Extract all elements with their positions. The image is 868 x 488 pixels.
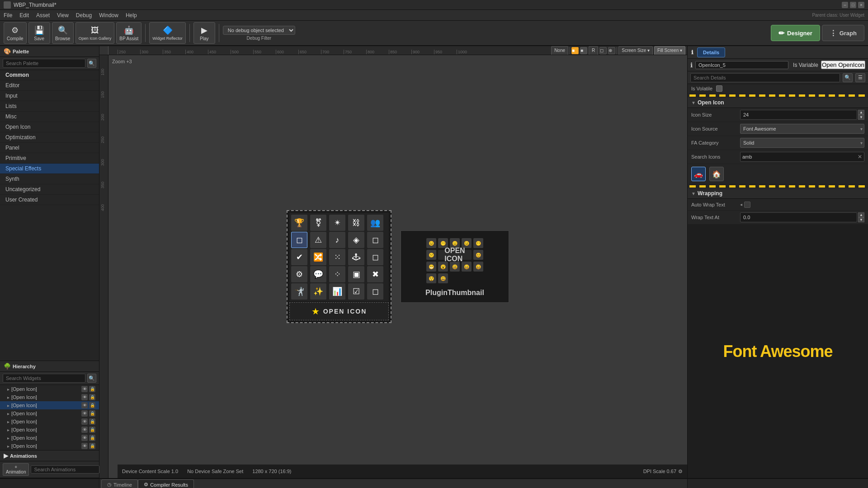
maximize-button[interactable]: □ (850, 2, 856, 8)
icon-cell-14[interactable]: 🕹 (348, 249, 364, 265)
icon-cell-21[interactable]: 🤺 (291, 283, 307, 300)
compile-button[interactable]: ⚙ Compile (4, 22, 27, 44)
icon-cell-16[interactable]: ⚙ (291, 266, 307, 282)
palette-item-openicon[interactable]: Open Icon (0, 122, 99, 132)
icon-cell-15[interactable]: ◻ (367, 249, 383, 265)
icon-size-up[interactable]: ▲ (858, 110, 864, 115)
hierarchy-vis-btn-3[interactable]: 👁 (81, 402, 88, 408)
icon-cell-1[interactable]: 🏆 (291, 215, 307, 231)
wrap-text-at-input[interactable] (740, 212, 857, 222)
hierarchy-vis-btn-1[interactable]: 👁 (81, 386, 88, 392)
icon-cell-19[interactable]: ▣ (348, 266, 364, 282)
details-search-input[interactable] (690, 73, 840, 82)
menu-edit[interactable]: Edit (19, 12, 29, 19)
browse-button[interactable]: 🔍 Browse (52, 22, 74, 44)
palette-item-special-effects[interactable]: Special Effects (0, 164, 99, 174)
icon-cell-4[interactable]: ⛓ (348, 215, 364, 231)
hierarchy-vis-btn-7[interactable]: 👁 (81, 435, 88, 441)
palette-item-optimization[interactable]: Optimization (0, 132, 99, 143)
save-button[interactable]: 💾 Save (28, 22, 50, 44)
menu-help[interactable]: Help (126, 12, 137, 19)
hierarchy-item-1[interactable]: ▸ [Open Icon] 👁 🔒 (0, 385, 99, 393)
details-grid-button[interactable]: ☰ (855, 73, 865, 82)
icon-cell-11[interactable]: ✔ (291, 249, 307, 265)
hierarchy-vis-btn-2[interactable]: 👁 (81, 394, 88, 400)
hierarchy-item-8[interactable]: ▸ [Open Icon] 👁 🔒 (0, 442, 99, 450)
widget-reflector-button[interactable]: 🔷 Widget Reflector (149, 22, 186, 44)
hierarchy-item-3[interactable]: ▸ [Open Icon] 👁 🔒 (0, 401, 99, 409)
r-button[interactable]: R (589, 46, 598, 55)
icon-source-select[interactable]: Font Awesome Material Icons Custom (740, 124, 864, 134)
settings-icon[interactable]: ⚙ (678, 469, 683, 474)
palette-item-uncategorized[interactable]: Uncategorized (0, 184, 99, 195)
hierarchy-vis-btn-8[interactable]: 👁 (81, 443, 88, 449)
icon-cell-8[interactable]: ♪ (329, 232, 345, 248)
minimize-button[interactable]: – (842, 2, 848, 8)
palette-item-panel[interactable]: Panel (0, 143, 99, 153)
icon-cell-17[interactable]: 💬 (310, 266, 326, 282)
palette-item-editor[interactable]: Editor (0, 80, 99, 91)
timeline-tab[interactable]: ◷ Timeline (101, 479, 138, 488)
hierarchy-search-button[interactable]: 🔍 (87, 374, 96, 383)
icon-cell-24[interactable]: ☑ (348, 283, 364, 300)
hierarchy-lock-btn-8[interactable]: 🔒 (89, 443, 95, 449)
palette-search-button[interactable]: 🔍 (87, 59, 96, 68)
fill-screen-button[interactable]: Fill Screen ▾ (654, 46, 685, 55)
menu-debug[interactable]: Debug (76, 12, 92, 19)
search-icons-input[interactable] (742, 154, 856, 160)
hierarchy-vis-btn-5[interactable]: 👁 (81, 418, 88, 425)
palette-item-misc[interactable]: Misc (0, 112, 99, 122)
wrap-text-at-up[interactable]: ▲ (858, 212, 864, 217)
open-openicon-button[interactable]: Open OpenIcon (821, 61, 865, 69)
hierarchy-lock-btn-5[interactable]: 🔒 (89, 418, 95, 425)
hierarchy-lock-btn-6[interactable]: 🔒 (89, 427, 95, 433)
menu-view[interactable]: View (57, 12, 69, 19)
bp-assist-button[interactable]: 🤖 BP Assist (116, 22, 142, 44)
hierarchy-item-2[interactable]: ▸ [Open Icon] 👁 🔒 (0, 393, 99, 401)
hierarchy-item-4[interactable]: ▸ [Open Icon] 👁 🔒 (0, 409, 99, 418)
menu-asset[interactable]: Asset (36, 12, 50, 19)
open-icon-arrow[interactable]: ▼ (691, 100, 696, 105)
btn-2[interactable]: ⊕ (608, 47, 615, 54)
hierarchy-vis-btn-6[interactable]: 👁 (81, 427, 88, 433)
widget-name-input[interactable] (695, 61, 788, 69)
btn-1[interactable]: ◻ (599, 47, 607, 54)
icon-cell-5[interactable]: 👥 (367, 215, 383, 231)
debug-filter-select[interactable]: No debug object selected (223, 26, 295, 35)
hierarchy-lock-btn-1[interactable]: 🔒 (89, 386, 95, 392)
is-volatile-checkbox[interactable] (716, 85, 722, 92)
hierarchy-item-6[interactable]: ▸ [Open Icon] 👁 🔒 (0, 426, 99, 434)
palette-item-user-created[interactable]: User Created (0, 195, 99, 205)
icon-cell-18[interactable]: ⁘ (329, 266, 345, 282)
color-btn-orange[interactable]: ■ (571, 47, 579, 54)
hierarchy-lock-btn-3[interactable]: 🔒 (89, 402, 95, 408)
icon-cell-25[interactable]: ◻ (367, 283, 383, 300)
icon-size-down[interactable]: ▼ (858, 115, 864, 120)
icon-cell-20[interactable]: ✖ (367, 266, 383, 282)
search-icons-clear[interactable]: ✕ (858, 154, 862, 160)
palette-item-synth[interactable]: Synth (0, 174, 99, 184)
icon-cell-3[interactable]: ✴ (329, 215, 345, 231)
hierarchy-lock-btn-4[interactable]: 🔒 (89, 410, 95, 417)
menu-window[interactable]: Window (99, 12, 118, 19)
icon-cell-10[interactable]: ◻ (367, 232, 383, 248)
icon-cell-12[interactable]: 🔀 (310, 249, 326, 265)
play-button[interactable]: ▶ Play (193, 22, 215, 44)
hierarchy-search-input[interactable] (3, 374, 85, 383)
icon-preview-home[interactable]: 🏠 (709, 167, 724, 181)
animations-search-input[interactable] (31, 465, 99, 474)
wrapping-arrow[interactable]: ▼ (691, 191, 696, 196)
palette-item-common[interactable]: Common (0, 70, 99, 80)
icon-cell-7[interactable]: ⚠ (310, 232, 326, 248)
none-button[interactable]: None (551, 46, 568, 55)
wrap-text-at-down[interactable]: ▼ (858, 217, 864, 222)
hierarchy-item-7[interactable]: ▸ [Open Icon] 👁 🔒 (0, 434, 99, 442)
icon-cell-2[interactable]: ⚧ (310, 215, 326, 231)
icon-cell-9[interactable]: ◈ (348, 232, 364, 248)
compiler-results-tab[interactable]: ⚙ Compiler Results (138, 479, 194, 488)
fa-category-select[interactable]: Solid Regular Light Brands (740, 138, 864, 148)
details-search-button[interactable]: 🔍 (843, 73, 853, 82)
palette-item-lists[interactable]: Lists (0, 101, 99, 112)
palette-item-input[interactable]: Input (0, 91, 99, 101)
add-animation-button[interactable]: + Animation (3, 463, 29, 476)
